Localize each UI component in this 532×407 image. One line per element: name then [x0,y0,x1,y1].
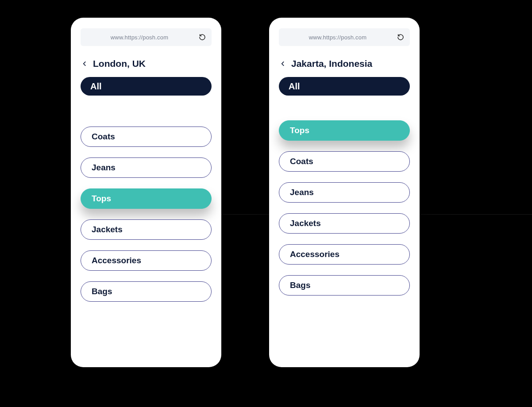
chevron-left-icon[interactable] [279,60,287,68]
category-jeans[interactable]: Jeans [81,157,212,178]
category-bags[interactable]: Bags [81,281,212,302]
category-accessories[interactable]: Accessories [279,244,410,265]
connector-line-right [420,214,532,215]
all-filter-pill[interactable]: All [81,77,212,96]
category-jackets[interactable]: Jackets [279,213,410,234]
all-filter-pill[interactable]: All [279,77,410,96]
category-label: Tops [92,194,111,204]
category-label: Jeans [92,163,116,173]
page-title: Jakarta, Indonesia [291,58,372,69]
phone-right: www.https://posh.com Jakarta, Indonesia … [269,18,420,367]
category-label: Bags [290,280,310,290]
category-label: Jackets [290,219,321,228]
all-filter-label: All [289,81,300,92]
urlbar[interactable]: www.https://posh.com [81,28,212,46]
category-label: Accessories [92,256,141,265]
connector-line-between [221,214,269,215]
urlbar[interactable]: www.https://posh.com [279,28,410,46]
category-bags[interactable]: Bags [279,275,410,296]
category-jeans[interactable]: Jeans [279,182,410,203]
reload-icon[interactable] [198,33,206,41]
category-list-left: Coats Jeans Tops Jackets Accessories Bag… [81,127,212,302]
chevron-left-icon[interactable] [81,60,89,68]
all-filter-label: All [90,81,102,92]
category-coats[interactable]: Coats [279,151,410,172]
page-title: London, UK [93,58,146,69]
phone-left: www.https://posh.com London, UK All Coat… [71,18,221,367]
category-accessories[interactable]: Accessories [81,250,212,271]
category-tops[interactable]: Tops [279,120,410,141]
category-label: Jackets [92,225,123,234]
category-tops[interactable]: Tops [81,188,212,209]
category-label: Tops [290,126,309,135]
category-jackets[interactable]: Jackets [81,219,212,240]
category-label: Jeans [290,188,314,197]
category-list-right: Tops Coats Jeans Jackets Accessories Bag… [279,120,410,296]
category-label: Coats [290,157,313,166]
title-row: Jakarta, Indonesia [279,58,410,69]
category-label: Bags [92,287,112,296]
reload-icon[interactable] [397,33,405,41]
title-row: London, UK [81,58,212,69]
urlbar-text: www.https://posh.com [81,34,198,41]
category-label: Coats [92,132,115,142]
category-label: Accessories [290,250,339,259]
category-coats[interactable]: Coats [81,127,212,147]
urlbar-text: www.https://posh.com [279,34,397,41]
